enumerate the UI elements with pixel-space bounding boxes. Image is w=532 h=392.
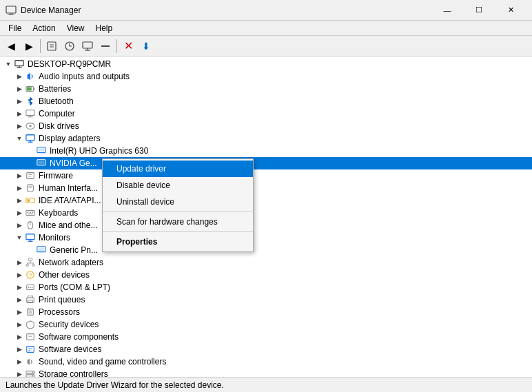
expand-root[interactable]: ▼ (3, 59, 14, 70)
keyboard-icon (25, 207, 36, 218)
expand-other[interactable]: ▶ (14, 269, 25, 280)
svg-rect-34 (28, 186, 32, 189)
tree-ide[interactable]: ▶ IDE ATA/ATAPI... (0, 194, 532, 207)
monitor-icon (25, 232, 36, 243)
expand-batteries[interactable]: ▶ (14, 83, 25, 94)
ctx-update-driver[interactable]: Update driver (103, 161, 253, 177)
computer-icon (14, 59, 25, 70)
bluetooth-icon (25, 96, 36, 107)
svg-point-22 (29, 125, 32, 127)
menu-view[interactable]: View (61, 22, 90, 34)
tree-mice[interactable]: ▶ Mice and othe... (0, 219, 532, 231)
expand-monitors[interactable]: ▼ (14, 232, 25, 243)
tree-batteries[interactable]: ▶ Batteries (0, 83, 532, 95)
expand-disk[interactable]: ▶ (14, 121, 25, 132)
tree-display[interactable]: ▼ Display adapters (0, 132, 532, 145)
svg-rect-2 (8, 14, 14, 15)
tree-firmware[interactable]: ▶ Firmware (0, 169, 532, 182)
other-label: Other devices (39, 270, 90, 280)
expand-storage[interactable]: ▶ (14, 369, 25, 377)
expand-nvidia (25, 158, 36, 169)
status-bar: Launches the Update Driver Wizard for th… (0, 377, 532, 392)
intel-label: Intel(R) UHD Graphics 630 (50, 146, 148, 156)
toolbar-computer[interactable] (79, 38, 96, 54)
menu-file[interactable]: File (3, 22, 27, 34)
expand-firmware[interactable]: ▶ (14, 170, 25, 181)
menu-help[interactable]: Help (90, 22, 119, 34)
toolbar-back[interactable]: ◀ (3, 38, 19, 54)
expand-network[interactable]: ▶ (14, 257, 25, 268)
tree-bluetooth[interactable]: ▶ Bluetooth (0, 95, 532, 107)
tree-security[interactable]: ▶ Security devices (0, 318, 532, 331)
expand-security[interactable]: ▶ (14, 319, 25, 330)
battery-icon (25, 83, 36, 94)
expand-ports[interactable]: ▶ (14, 282, 25, 293)
svg-rect-38 (28, 212, 29, 213)
toolbar-properties[interactable] (43, 38, 60, 54)
tree-ports[interactable]: ▶ Ports (COM & LPT) (0, 281, 532, 293)
tree-computer[interactable]: ▶ Computer (0, 107, 532, 120)
tree-disk[interactable]: ▶ Disk drives (0, 120, 532, 132)
expand-keyboards[interactable]: ▶ (14, 207, 25, 218)
toolbar-forward[interactable]: ▶ (21, 38, 37, 54)
hid-icon (25, 183, 36, 194)
maximize-button[interactable]: ☐ (463, 0, 495, 21)
expand-sound[interactable]: ▶ (14, 356, 25, 367)
svg-rect-23 (26, 135, 34, 141)
tree-network[interactable]: ▶ Network adapters (0, 256, 532, 269)
toolbar-remove[interactable]: ✕ (120, 38, 136, 54)
expand-sw-dev[interactable]: ▶ (14, 344, 25, 355)
tree-monitors[interactable]: ▼ Monitors (0, 231, 532, 244)
tree-audio[interactable]: ▶ Audio inputs and outputs (0, 70, 532, 83)
toolbar-collapse[interactable] (97, 38, 114, 54)
tree-nvidia[interactable]: NVIDIA Ge... (0, 157, 532, 169)
computer-device-icon (25, 108, 36, 119)
svg-rect-49 (28, 258, 32, 261)
tree-root[interactable]: ▼ DESKTOP-RQ9PCMR (0, 58, 532, 70)
ctx-scan-hardware[interactable]: Scan for hardware changes (103, 214, 253, 230)
tree-processors[interactable]: ▶ Processors (0, 306, 532, 318)
ctx-disable-device[interactable]: Disable device (103, 177, 253, 194)
other-icon: ? (25, 269, 36, 280)
expand-sw-comp[interactable]: ▶ (14, 331, 25, 342)
expand-ide[interactable]: ▶ (14, 195, 25, 206)
mice-label: Mice and othe... (39, 220, 97, 230)
tree-software-components[interactable]: ▶ Software components (0, 331, 532, 343)
menu-bar: File Action View Help (0, 21, 532, 36)
svg-rect-1 (9, 13, 13, 14)
ctx-uninstall-device[interactable]: Uninstall device (103, 194, 253, 210)
expand-print[interactable]: ▶ (14, 294, 25, 305)
minimize-button[interactable]: — (431, 0, 463, 21)
expand-computer[interactable]: ▶ (14, 108, 25, 119)
device-tree[interactable]: ▼ DESKTOP-RQ9PCMR ▶ Audio inputs and out (0, 56, 532, 377)
tree-intel[interactable]: Intel(R) UHD Graphics 630 (0, 145, 532, 157)
menu-action[interactable]: Action (27, 22, 61, 34)
tree-keyboards[interactable]: ▶ Keyboards (0, 207, 532, 219)
svg-rect-39 (30, 212, 31, 213)
mouse-icon (25, 220, 36, 231)
tree-software-devices[interactable]: ▶ Software devices (0, 343, 532, 355)
tree-sound[interactable]: ▶ Sound, video and game controllers (0, 355, 532, 368)
display-icon (25, 133, 36, 144)
tree-human[interactable]: ▶ Human Interfa... (0, 182, 532, 194)
tree-other[interactable]: ▶ ? Other devices (0, 269, 532, 281)
svg-marker-75 (28, 359, 30, 365)
toolbar-scan[interactable] (61, 38, 78, 54)
expand-human[interactable]: ▶ (14, 183, 25, 194)
expand-audio[interactable]: ▶ (14, 71, 25, 82)
tree-print[interactable]: ▶ Print queues (0, 293, 532, 306)
tree-storage[interactable]: ▶ Storage controllers (0, 368, 532, 377)
expand-processors[interactable]: ▶ (14, 307, 25, 318)
svg-point-61 (32, 287, 33, 288)
expand-mice[interactable]: ▶ (14, 220, 25, 231)
expand-bluetooth[interactable]: ▶ (14, 96, 25, 107)
network-icon (25, 257, 36, 268)
toolbar-download[interactable]: ⬇ (138, 38, 154, 54)
ide-icon (25, 195, 36, 206)
ctx-properties[interactable]: Properties (103, 234, 253, 250)
close-button[interactable]: ✕ (495, 0, 526, 21)
ports-label: Ports (COM & LPT) (39, 282, 110, 292)
expand-display[interactable]: ▼ (14, 133, 25, 144)
tree-generic-pnp[interactable]: Generic Pn... (0, 244, 532, 256)
audio-label: Audio inputs and outputs (39, 72, 130, 81)
